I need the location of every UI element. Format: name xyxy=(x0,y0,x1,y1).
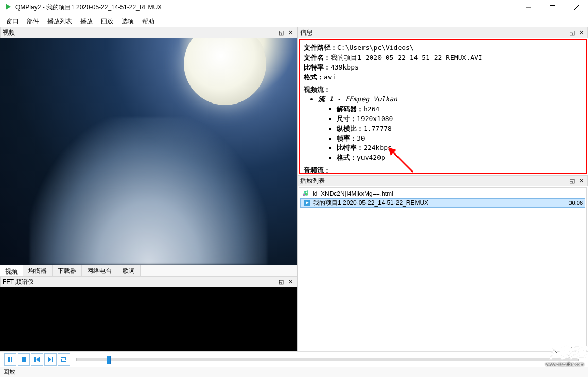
video-panel-header[interactable]: 视频 ◱ ✕ xyxy=(0,27,297,38)
maximize-button[interactable] xyxy=(541,0,564,15)
playback-controls xyxy=(0,351,588,367)
info-vstream-label: 视频流： xyxy=(304,85,331,93)
svg-rect-14 xyxy=(34,357,36,362)
info-content: 文件路径：C:\Users\pc\Videos\ 文件名：我的项目1 2020-… xyxy=(299,39,587,174)
playlist-panel-header[interactable]: 播放列表 ◱ ✕ xyxy=(298,175,588,186)
info-aspect-label: 纵横比： xyxy=(337,125,364,132)
info-format-value: avi xyxy=(324,73,336,81)
app-icon xyxy=(4,3,12,12)
next-button[interactable] xyxy=(44,353,57,366)
playlist-item[interactable]: 我的项目1 2020-05-22_14-51-22_REMUX 00:06 xyxy=(300,198,585,208)
video-detach-icon[interactable]: ◱ xyxy=(277,28,285,37)
svg-rect-2 xyxy=(550,5,555,10)
info-vstream1-tail: - FFmpeg Vulkan xyxy=(333,95,397,103)
video-viewport[interactable] xyxy=(0,38,297,265)
svg-rect-13 xyxy=(22,357,26,362)
svg-marker-0 xyxy=(6,4,11,10)
playlist-detach-icon[interactable]: ◱ xyxy=(568,177,576,185)
seek-slider[interactable] xyxy=(76,358,579,361)
info-vbitrate-label: 比特率： xyxy=(337,144,364,151)
menu-play[interactable]: 播放 xyxy=(76,16,97,27)
info-panel-title: 信息 xyxy=(300,28,567,37)
seek-handle[interactable] xyxy=(107,356,111,364)
fft-panel-header[interactable]: FFT 频谱仪 ◱ ✕ xyxy=(0,276,297,287)
info-size-value: 1920x1080 xyxy=(357,115,393,123)
svg-rect-11 xyxy=(8,357,10,362)
info-detach-icon[interactable]: ◱ xyxy=(568,28,576,37)
tab-downloader[interactable]: 下载器 xyxy=(53,265,82,276)
info-format-label: 格式： xyxy=(304,73,324,81)
fft-panel-title: FFT 频谱仪 xyxy=(3,278,276,286)
stop-button[interactable] xyxy=(18,353,30,366)
minimize-button[interactable] xyxy=(517,0,541,15)
close-button[interactable] xyxy=(564,0,588,15)
audio-file-icon xyxy=(302,190,310,198)
menu-options[interactable]: 选项 xyxy=(117,16,138,27)
fft-detach-icon[interactable]: ◱ xyxy=(277,278,285,286)
video-tabs: 视频 均衡器 下载器 网络电台 歌词 xyxy=(0,265,297,276)
menu-playback[interactable]: 回放 xyxy=(97,16,117,27)
repeat-button[interactable] xyxy=(58,353,70,366)
info-bitrate-value: 439kbps xyxy=(331,63,359,71)
menubar: 窗口 部件 播放列表 播放 回放 选项 帮助 xyxy=(0,15,588,27)
info-vstream1: 流 1 xyxy=(318,95,333,103)
svg-point-8 xyxy=(306,193,308,195)
info-panel-header[interactable]: 信息 ◱ ✕ xyxy=(298,27,588,38)
info-vformat-value: yuv420p xyxy=(357,153,385,161)
window-title: QMPlay2 - 我的项目1 2020-05-22_14-51-22_REMU… xyxy=(15,3,517,12)
playlist-item[interactable]: id_XNDc2NjI4MjkxMg==.html xyxy=(300,189,585,198)
playlist-close-icon[interactable]: ✕ xyxy=(577,177,585,185)
svg-marker-15 xyxy=(36,357,40,362)
status-bar: 回放 xyxy=(0,367,588,377)
info-decoder-label: 解码器： xyxy=(337,105,364,113)
svg-rect-17 xyxy=(52,357,53,362)
svg-point-7 xyxy=(303,194,305,196)
menu-playlist[interactable]: 播放列表 xyxy=(43,16,76,27)
playlist-body[interactable]: id_XNDc2NjI4MjkxMg==.html 我的项目1 2020-05-… xyxy=(299,187,587,354)
info-astream-label: 音频流： xyxy=(304,166,331,174)
playlist-item-name: 我的项目1 2020-05-22_14-51-22_REMUX xyxy=(313,199,568,208)
fft-close-icon[interactable]: ✕ xyxy=(286,278,295,286)
tab-radio[interactable]: 网络电台 xyxy=(82,265,117,276)
playlist-item-time: 00:06 xyxy=(568,200,583,206)
svg-marker-16 xyxy=(48,357,51,362)
menu-window[interactable]: 窗口 xyxy=(2,16,23,27)
info-close-icon[interactable]: ✕ xyxy=(577,28,585,37)
info-decoder-value: h264 xyxy=(364,105,379,113)
info-size-label: 尺寸： xyxy=(337,115,357,123)
svg-line-5 xyxy=(391,150,413,172)
play-file-icon xyxy=(303,199,311,207)
prev-button[interactable] xyxy=(31,353,43,366)
info-fps-label: 帧率： xyxy=(337,134,357,142)
play-button[interactable] xyxy=(4,353,16,366)
video-close-icon[interactable]: ✕ xyxy=(286,28,295,37)
menu-help[interactable]: 帮助 xyxy=(138,16,159,27)
annotation-arrow-icon xyxy=(387,146,418,174)
tab-lyrics[interactable]: 歌词 xyxy=(117,265,141,276)
info-name-label: 文件名： xyxy=(304,54,331,61)
tab-video[interactable]: 视频 xyxy=(0,265,23,276)
svg-rect-12 xyxy=(11,357,12,362)
tab-equalizer[interactable]: 均衡器 xyxy=(23,265,53,276)
info-name-value: 我的项目1 2020-05-22_14-51-22_REMUX.AVI xyxy=(331,54,482,61)
info-fps-value: 30 xyxy=(357,134,365,142)
video-panel-title: 视频 xyxy=(3,28,276,37)
info-path-value: C:\Users\pc\Videos\ xyxy=(337,44,414,52)
titlebar: QMPlay2 - 我的项目1 2020-05-22_14-51-22_REMU… xyxy=(0,0,588,15)
window-controls xyxy=(517,0,588,15)
menu-widgets[interactable]: 部件 xyxy=(23,16,43,27)
info-vformat-label: 格式： xyxy=(337,153,357,161)
info-path-label: 文件路径： xyxy=(304,44,337,52)
info-bitrate-label: 比特率： xyxy=(304,63,331,71)
info-aspect-value: 1.77778 xyxy=(364,125,392,132)
playlist-item-name: id_XNDc2NjI4MjkxMg==.html xyxy=(313,190,583,197)
status-text: 回放 xyxy=(3,368,15,376)
playlist-panel-title: 播放列表 xyxy=(300,177,567,185)
